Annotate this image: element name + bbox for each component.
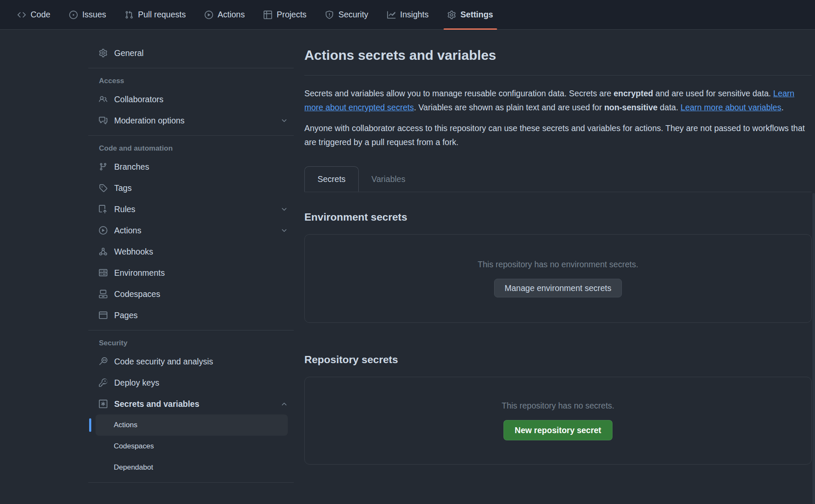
sidebar-item-branches[interactable]: Branches — [88, 156, 294, 177]
asterisk-box-icon — [99, 400, 107, 408]
table-icon — [264, 11, 272, 19]
sidebar-item-label: General — [114, 48, 143, 58]
nav-tab-settings[interactable]: Settings — [443, 0, 498, 29]
sidebar-item-code-security-and-analysis[interactable]: Code security and analysis — [88, 351, 294, 372]
sidebar-item-label: Branches — [114, 162, 149, 172]
sidebar-item-webhooks[interactable]: Webhooks — [88, 241, 294, 262]
graph-icon — [387, 11, 396, 19]
nav-tab-label: Settings — [461, 10, 493, 20]
divider — [88, 135, 294, 136]
link-learn-more-variables[interactable]: Learn more about variables — [680, 103, 781, 112]
sidebar-item-rules[interactable]: Rules — [88, 199, 294, 220]
nav-tab-code[interactable]: Code — [13, 0, 55, 29]
chevron-up-icon — [281, 400, 288, 408]
sidebar-item-label: Code security and analysis — [114, 357, 213, 367]
sidebar-item-pages[interactable]: Pages — [88, 305, 294, 326]
sidebar-item-label: Actions — [114, 226, 141, 235]
sidebar-item-secrets-and-variables[interactable]: Secrets and variables — [88, 393, 294, 414]
intro-bold-non-sensitive: non-sensitive — [604, 103, 658, 112]
sidebar-section-access: Access — [99, 77, 294, 85]
browser-icon — [99, 311, 107, 319]
sidebar-item-label: Pages — [114, 311, 138, 320]
divider — [304, 75, 812, 76]
sidebar-item-deploy-keys[interactable]: Deploy keys — [88, 372, 294, 393]
active-item-accent-bar — [89, 418, 91, 432]
divider — [88, 68, 294, 68]
nav-tab-label: Security — [338, 10, 368, 20]
intro-text: Secrets and variables allow you to manag… — [304, 89, 613, 98]
repository-secrets-heading: Repository secrets — [304, 353, 812, 367]
codespaces-icon — [99, 290, 107, 298]
nav-tab-label: Actions — [218, 10, 245, 20]
comment-discussion-icon — [99, 116, 107, 125]
collaborator-access-paragraph: Anyone with collaborator access to this … — [304, 121, 812, 149]
people-icon — [99, 95, 107, 104]
manage-environment-secrets-button[interactable]: Manage environment secrets — [494, 279, 622, 297]
nav-tab-security[interactable]: Security — [320, 0, 373, 29]
sidebar-item-collaborators[interactable]: Collaborators — [88, 89, 294, 110]
webhook-icon — [99, 247, 107, 256]
nav-tab-actions[interactable]: Actions — [200, 0, 250, 29]
secrets-variables-tabnav: Secrets Variables — [304, 166, 812, 192]
intro-text: . Variables are shown as plain text and … — [414, 103, 604, 112]
chevron-down-icon — [281, 227, 288, 234]
environment-secrets-heading: Environment secrets — [304, 210, 812, 224]
sidebar-subitem-actions[interactable]: Actions — [96, 414, 288, 436]
intro-text: data. — [658, 103, 680, 112]
sidebar-item-tags[interactable]: Tags — [88, 177, 294, 199]
divider — [88, 482, 294, 483]
settings-sidebar: General Access Collaborators Moderation … — [88, 30, 294, 487]
nav-tab-label: Code — [31, 10, 51, 20]
git-pull-request-icon — [125, 11, 133, 19]
sidebar-item-label: Codespaces — [114, 289, 160, 299]
page-title: Actions secrets and variables — [304, 46, 812, 64]
issue-opened-icon — [69, 11, 78, 19]
scrollbar[interactable] — [812, 193, 815, 504]
sidebar-item-label: Tags — [114, 183, 132, 193]
sidebar-item-label: Rules — [114, 204, 135, 214]
intro-bold-encrypted: encrypted — [613, 89, 653, 98]
chevron-down-icon — [281, 117, 288, 124]
sidebar-item-general[interactable]: General — [88, 42, 294, 64]
sidebar-item-label: Moderation options — [114, 116, 185, 126]
tab-label: Secrets — [318, 174, 346, 184]
intro-paragraph: Secrets and variables allow you to manag… — [304, 87, 812, 115]
nav-tab-label: Issues — [82, 10, 106, 20]
tab-secrets[interactable]: Secrets — [304, 166, 359, 192]
intro-text: and are used for sensitive data. — [653, 89, 773, 98]
sidebar-subitem-codespaces[interactable]: Codespaces — [96, 436, 288, 457]
sidebar-item-moderation-options[interactable]: Moderation options — [88, 110, 294, 131]
play-icon — [99, 226, 107, 235]
nav-tab-projects[interactable]: Projects — [259, 0, 311, 29]
sidebar-item-label: Environments — [114, 268, 165, 278]
sidebar-item-environments[interactable]: Environments — [88, 262, 294, 283]
play-icon — [205, 11, 213, 19]
rules-icon — [99, 205, 107, 213]
sidebar-item-actions[interactable]: Actions — [88, 220, 294, 241]
sidebar-section-code-and-automation: Code and automation — [99, 144, 294, 153]
environment-secrets-empty-box: This repository has no environment secre… — [304, 234, 812, 323]
sidebar-subitem-label: Codespaces — [114, 442, 154, 451]
repository-secrets-empty-text: This repository has no secrets. — [502, 401, 615, 411]
nav-tab-pull-requests[interactable]: Pull requests — [120, 0, 191, 29]
nav-tab-label: Projects — [277, 10, 306, 20]
sidebar-item-label: Secrets and variables — [114, 399, 200, 409]
code-icon — [17, 11, 26, 19]
git-branch-icon — [99, 162, 107, 171]
nav-tab-issues[interactable]: Issues — [65, 0, 111, 29]
environment-secrets-empty-text: This repository has no environment secre… — [478, 260, 638, 269]
sidebar-item-label: Webhooks — [114, 247, 153, 257]
new-repository-secret-button[interactable]: New repository secret — [503, 420, 613, 440]
sidebar-item-codespaces[interactable]: Codespaces — [88, 283, 294, 305]
code-scan-icon — [99, 357, 107, 366]
tab-variables[interactable]: Variables — [359, 166, 418, 192]
repository-secrets-empty-box: This repository has no secrets. New repo… — [304, 377, 812, 465]
sidebar-subitem-dependabot[interactable]: Dependabot — [96, 457, 288, 478]
repo-nav: Code Issues Pull requests Actions Projec… — [0, 0, 815, 30]
server-icon — [99, 269, 107, 277]
sidebar-subitem-label: Dependabot — [114, 463, 153, 472]
nav-tab-insights[interactable]: Insights — [382, 0, 433, 29]
gear-icon — [447, 11, 456, 19]
chevron-down-icon — [281, 206, 288, 213]
intro-text: . — [781, 103, 784, 112]
